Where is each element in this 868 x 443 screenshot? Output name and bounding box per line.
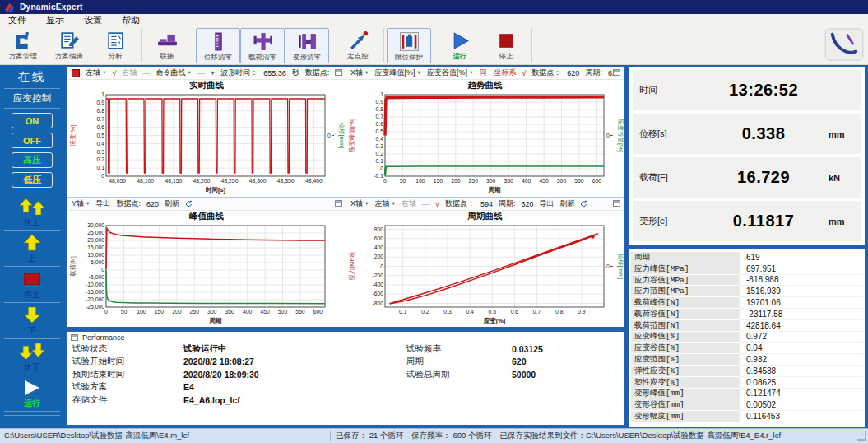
chart-header-control[interactable] (580, 200, 587, 208)
table-row[interactable]: 载荷范围[N] 42818.64 (631, 320, 863, 332)
toolbar-button-point-control[interactable]: 定点控 (335, 28, 381, 62)
svg-text:350: 350 (504, 178, 513, 184)
info-label: 试验频率 (406, 343, 512, 355)
menu-item[interactable]: 显示 (38, 14, 76, 26)
saved-result-path: 已保存实验结果到文件：C:\Users\USER\Desktop\试验数据-高温… (500, 431, 850, 441)
table-row[interactable]: 弹性应变[%] 0.84538 (631, 366, 863, 377)
chart-header-control[interactable]: + (211, 69, 215, 77)
table-row[interactable]: 变形幅度[mm] 0.116453 (631, 411, 863, 422)
popout-icon[interactable] (613, 200, 620, 207)
resize-grip[interactable] (857, 431, 866, 441)
table-row[interactable]: 应变峰值[%] 0.972 (631, 332, 863, 343)
plan-manage-icon (12, 30, 35, 51)
chart-header-control[interactable]: X轴 (350, 68, 369, 78)
realtime-chart[interactable]: 48,05048,10048,15048,20048,25048,30048,3… (68, 91, 345, 194)
on-button[interactable]: ON (12, 113, 53, 128)
chart-header-control[interactable]: √ (112, 69, 116, 77)
off-button[interactable]: OFF (12, 133, 53, 148)
chart-header-control[interactable]: √ (435, 200, 439, 208)
table-row[interactable]: 应变谷值[%] 0.04 (631, 343, 863, 354)
chart-header-control: 655.36 (263, 69, 286, 77)
svg-text:0.8: 0.8 (375, 106, 383, 112)
toolbar-button-analyze[interactable]: 分析 (92, 28, 138, 62)
stat-value: 0.932 (740, 354, 863, 366)
high-pressure-button[interactable]: 高压 (12, 152, 53, 168)
chart-header-control[interactable] (185, 200, 193, 208)
menu-item[interactable]: 帮助 (114, 14, 151, 26)
table-row[interactable]: 应力谷值[MPa] -818.988 (631, 275, 863, 287)
chart-header-control[interactable]: X轴 (350, 198, 369, 209)
popout-icon[interactable] (335, 200, 342, 207)
svg-text:0: 0 (327, 133, 331, 138)
toolbar-button-load-zero[interactable]: 载荷清零 (240, 28, 285, 63)
peak-chart[interactable]: 050100150200250300350400450500550600-25,… (68, 222, 345, 325)
jog-up-button[interactable]: 上 (0, 231, 64, 266)
chart-header-control[interactable]: 命令曲线 (155, 68, 191, 78)
svg-text:300: 300 (486, 178, 496, 184)
chart-header-control[interactable]: 刷新 (559, 198, 574, 209)
run-button[interactable]: 运行 (0, 375, 64, 411)
toolbar-button-deform-zero[interactable]: 变形清零 (285, 28, 329, 63)
popout-icon[interactable] (71, 334, 78, 341)
reading-label: 位移[s] (633, 128, 699, 140)
chart-header-control: 周期: (499, 198, 516, 209)
chart-header-control[interactable]: 左轴 (374, 198, 395, 209)
info-value: 2020/8/2 18:08:27 (183, 357, 254, 366)
svg-text:0.1: 0.1 (398, 309, 406, 315)
jog-fast-up-button[interactable]: 快上 (0, 194, 64, 230)
low-pressure-button[interactable]: 低压 (12, 172, 53, 188)
chart-header-control: — (197, 69, 205, 77)
toolbar-label: 载荷清零 (248, 53, 276, 63)
table-row[interactable]: 载荷谷值[N] -23117.58 (631, 309, 863, 320)
trend-chart[interactable]: 050100150200250300350400450500550600-0.1… (347, 91, 624, 194)
cycle-chart[interactable]: 0.10.20.30.40.50.60.70.80.9-800-600-400-… (347, 222, 624, 325)
toolbar-button-limit-protect[interactable]: 限位保护 (387, 28, 431, 63)
run-icon (449, 30, 471, 51)
chart-header-control[interactable]: 左轴 (86, 68, 106, 78)
toolbar-button-displacement-zero[interactable]: 位移清零 (196, 28, 240, 63)
stat-value: -818.988 (740, 275, 863, 287)
svg-text:周期: 周期 (209, 317, 223, 324)
jog-fast-down-button[interactable]: 快下 (0, 339, 64, 375)
toolbar-button-run[interactable]: 运行 (437, 28, 483, 62)
stat-label: 变形谷值[mm] (631, 399, 740, 411)
menu-item[interactable]: 文件 (0, 14, 38, 26)
chart-header-control[interactable]: √ (522, 69, 526, 77)
stat-label: 弹性应变[%] (631, 366, 740, 377)
toolbar-label: 运行 (453, 52, 467, 62)
chart-header-control[interactable]: 右轴 (402, 198, 416, 209)
menu-item[interactable]: 设置 (76, 14, 114, 26)
toolbar-button-plan-manage[interactable]: 方案管理 (0, 28, 46, 62)
toolbar-label: 联接 (160, 52, 174, 62)
table-row[interactable]: 塑性应变[%] 0.08625 (631, 377, 863, 389)
table-row[interactable]: 变形谷值[mm] 0.00502 (631, 399, 863, 411)
jog-stop-button[interactable]: 停止 (0, 267, 64, 302)
svg-text:0.9: 0.9 (578, 309, 586, 315)
jog-down-button[interactable]: 下 (0, 303, 64, 338)
popout-icon[interactable] (335, 69, 342, 76)
table-row[interactable]: 应力范围[MPa] 1516.939 (631, 286, 863, 297)
table-row[interactable]: 周期 619 (631, 252, 863, 263)
table-row[interactable]: 变形峰值[mm] 0.121474 (631, 389, 863, 400)
chart-header-control[interactable]: 导出 (539, 198, 554, 209)
chart-header-control[interactable]: 导出 (95, 198, 110, 209)
toolbar-button-stop[interactable]: 停止 (483, 28, 529, 62)
stat-value: 0.00502 (740, 399, 863, 411)
table-row[interactable]: 载荷峰值[N] 19701.06 (631, 297, 863, 309)
chart-header-control[interactable]: 应变峰值[%] (374, 68, 420, 78)
popout-icon[interactable] (613, 69, 620, 76)
chart-header-control[interactable]: Y轴 (72, 198, 90, 209)
toolbar-button-plan-edit[interactable]: 方案编辑 (46, 28, 92, 62)
info-label: 试验状态 (72, 343, 183, 355)
svg-text:0: 0 (606, 133, 610, 138)
svg-text:0.5: 0.5 (488, 309, 496, 315)
chart-header-control[interactable]: 刷新 (165, 198, 179, 209)
table-row[interactable]: 应变范围[%] 0.932 (631, 354, 863, 366)
chart-header-control[interactable]: 右轴 (122, 68, 137, 78)
table-row[interactable]: 应力峰值[MPa] 697.951 (631, 263, 863, 275)
chart-header-control[interactable]: 同一坐标系 (479, 68, 516, 78)
toolbar-button-connect[interactable]: 联接 (144, 28, 190, 62)
reading-row: 位移[s] 0.338 mm (633, 114, 861, 154)
chart-header-control[interactable]: 应变谷值[%] (427, 68, 473, 78)
svg-text:100: 100 (137, 309, 146, 315)
